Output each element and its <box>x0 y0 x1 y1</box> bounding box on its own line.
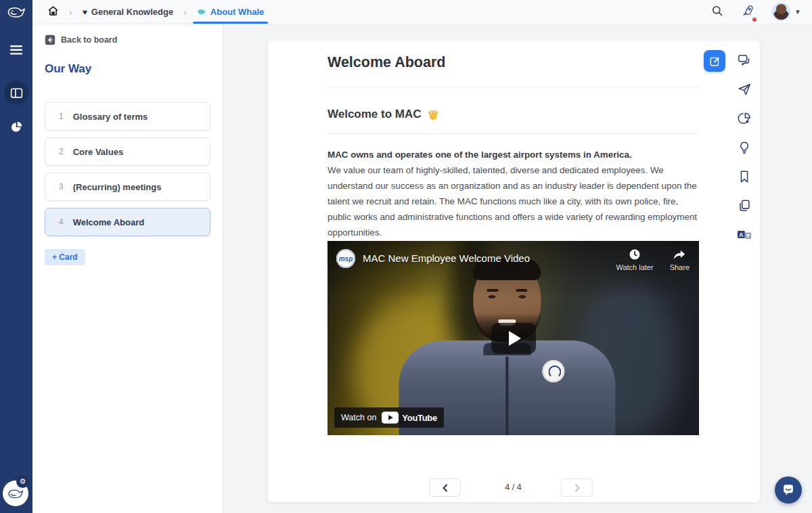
card-item-glossary-of-terms[interactable]: 1 Glossary of terms <box>45 102 210 131</box>
breadcrumb-board[interactable]: ♥ General Knowledge <box>83 7 174 17</box>
breadcrumb-card-label: About Whale <box>210 7 264 17</box>
chevron-down-icon: ▼ <box>794 8 801 16</box>
user-menu[interactable]: ▼ <box>772 3 801 21</box>
watch-on-youtube-button[interactable]: Watch on YouTube <box>334 407 444 428</box>
card-number: 4 <box>59 217 64 227</box>
pie-chart-icon <box>10 120 23 133</box>
card-number: 3 <box>59 182 64 192</box>
intro-paragraph: We value our team of highly-skilled, tal… <box>328 162 701 240</box>
card-body-text: MAC owns and operates one of the largest… <box>328 147 701 240</box>
bookmark-icon <box>737 169 752 184</box>
whale-icon <box>7 487 24 500</box>
breadcrumb-board-label: General Knowledge <box>91 7 173 17</box>
card-number: 2 <box>59 147 64 156</box>
card-label: Welcome Aboard <box>73 217 144 227</box>
nav-rail: ⚙ <box>0 24 32 513</box>
video-actions: Watch later Share <box>616 248 690 271</box>
suggestions-button[interactable] <box>737 140 752 155</box>
gear-icon: ⚙ <box>20 477 26 486</box>
board-title: Our Way <box>45 62 91 76</box>
section-heading: Welcome to MAC 👋 <box>328 108 439 121</box>
share-arrow-icon <box>672 248 687 261</box>
play-icon <box>509 331 521 346</box>
watch-on-label: Watch on <box>341 413 376 422</box>
heart-icon: ♥ <box>83 7 87 17</box>
back-to-board-label: Back to board <box>61 35 117 45</box>
edit-pencil-icon <box>709 55 721 67</box>
hamburger-icon <box>10 45 22 55</box>
intro-bold-line: MAC owns and operates one of the largest… <box>328 147 701 162</box>
board-icon <box>10 87 23 99</box>
card-content: Welcome Aboard Welcome to MAC 👋 MAC owns… <box>268 41 760 502</box>
play-button[interactable] <box>491 323 536 354</box>
breadcrumb: › ♥ General Knowledge › About Whale <box>32 5 264 19</box>
card-title: Welcome Aboard <box>328 54 445 71</box>
svg-text:A: A <box>739 231 743 238</box>
share-button[interactable]: Share <box>670 248 690 271</box>
video-title[interactable]: MAC New Employee Welcome Video <box>363 252 530 264</box>
chat-bubble-icon <box>781 483 796 497</box>
comments-button[interactable] <box>737 53 752 68</box>
watch-later-button[interactable]: Watch later <box>616 248 653 271</box>
board-side-panel: Back to board Our Way 1 Glossary of term… <box>32 24 223 513</box>
nav-menu-button[interactable] <box>0 34 32 66</box>
paper-plane-icon <box>737 82 752 97</box>
card-label: Glossary of terms <box>73 112 148 122</box>
nav-analytics-button[interactable] <box>0 110 32 143</box>
back-to-board-button[interactable]: Back to board <box>45 35 117 45</box>
next-card-button[interactable] <box>561 478 593 497</box>
home-icon[interactable] <box>47 5 59 19</box>
youtube-logo-icon <box>382 411 399 424</box>
nav-rail-footer: ⚙ <box>0 472 32 508</box>
divider <box>328 87 699 87</box>
translate-icon: A <box>737 228 752 242</box>
whats-new-rocket-icon[interactable] <box>741 4 754 20</box>
whale-emoji-icon <box>197 8 206 16</box>
card-item-recurring-meetings[interactable]: 3 (Recurring) meetings <box>45 173 210 201</box>
card-actions-rail: A <box>732 53 757 242</box>
notification-dot <box>752 18 757 22</box>
bookmark-button[interactable] <box>737 169 752 184</box>
wave-emoji-icon <box>427 109 439 120</box>
topbar-actions: ▼ <box>711 3 812 21</box>
card-list: 1 Glossary of terms 2 Core Values 3 (Rec… <box>45 102 210 243</box>
whale-logo[interactable] <box>0 0 32 24</box>
clock-icon <box>628 248 641 261</box>
comments-icon <box>737 53 752 68</box>
main-area: Welcome Aboard Welcome to MAC 👋 MAC owns… <box>223 24 812 513</box>
breadcrumb-separator-icon: › <box>69 7 72 18</box>
send-share-button[interactable] <box>737 82 752 97</box>
pagination-position: 4 / 4 <box>328 483 699 492</box>
copy-icon <box>737 198 752 213</box>
watch-later-label: Watch later <box>616 263 653 271</box>
whale-icon <box>6 5 26 20</box>
breadcrumb-card-active[interactable]: About Whale <box>197 7 264 17</box>
analytics-pie-icon <box>737 111 752 126</box>
card-item-welcome-aboard[interactable]: 4 Welcome Aboard <box>45 208 210 236</box>
avatar <box>772 3 790 21</box>
translate-button[interactable]: A <box>737 227 752 242</box>
settings-button[interactable]: ⚙ <box>16 475 29 488</box>
card-number: 1 <box>59 112 64 121</box>
chat-launcher-button[interactable] <box>775 476 802 504</box>
channel-avatar[interactable]: msp <box>336 249 355 268</box>
card-analytics-button[interactable] <box>737 111 752 126</box>
topbar: › ♥ General Knowledge › About Whale <box>0 0 812 24</box>
back-arrow-icon <box>45 35 55 45</box>
chevron-right-icon <box>573 484 581 492</box>
lightbulb-icon <box>737 140 752 155</box>
card-item-core-values[interactable]: 2 Core Values <box>45 137 210 166</box>
card-label: Core Values <box>73 147 123 157</box>
card-label: (Recurring) meetings <box>73 182 162 192</box>
section-heading-text: Welcome to MAC <box>328 108 422 121</box>
add-card-button[interactable]: + Card <box>45 249 85 265</box>
duplicate-button[interactable] <box>737 198 752 213</box>
share-label: Share <box>670 263 690 271</box>
search-icon[interactable] <box>711 5 723 20</box>
edit-card-button[interactable] <box>704 50 725 72</box>
divider <box>328 133 699 134</box>
breadcrumb-separator-icon: › <box>183 7 187 18</box>
youtube-wordmark: YouTube <box>402 413 437 423</box>
nav-boards-button[interactable] <box>0 76 32 109</box>
youtube-video-embed[interactable]: msp MAC New Employee Welcome Video Watch… <box>328 241 699 435</box>
